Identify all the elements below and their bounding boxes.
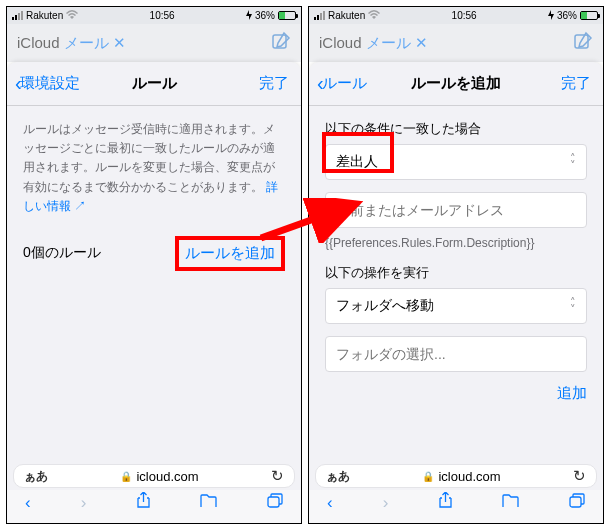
rules-description: ルールはメッセージ受信時に適用されます。メッセージごとに最初に一致したルールのみ…: [23, 120, 285, 216]
nav-forward-icon: ›: [81, 493, 87, 513]
svg-rect-1: [268, 497, 279, 507]
screenshot-right: Rakuten 10:56 36% iCloud メール ✕ ‹ ルール: [308, 6, 604, 524]
back-button[interactable]: ‹ ルール: [317, 72, 367, 95]
battery-icon: [580, 11, 598, 20]
charging-icon: [246, 10, 252, 22]
background-app-header: iCloud メール ✕: [309, 24, 603, 62]
sheet-body: ルールはメッセージ受信時に適用されます。メッセージごとに最初に一致したルールのみ…: [7, 106, 301, 490]
carrier-label: Rakuten: [328, 10, 365, 21]
back-button[interactable]: ‹ 環境設定: [15, 72, 80, 95]
bookmarks-icon[interactable]: [200, 493, 217, 513]
wifi-icon: [66, 10, 78, 21]
lock-icon: 🔒: [422, 471, 434, 482]
charging-icon: [548, 10, 554, 22]
bg-title-prefix: iCloud: [319, 34, 366, 51]
status-time: 10:56: [150, 10, 175, 21]
action-folder-input[interactable]: [325, 336, 587, 372]
carrier-label: Rakuten: [26, 10, 63, 21]
sheet-title: ルールを追加: [411, 74, 501, 93]
close-icon[interactable]: ✕: [415, 34, 428, 51]
raw-template-text: {{Preferences.Rules.Form.Description}}: [325, 236, 587, 250]
back-label: 環境設定: [20, 74, 80, 93]
safari-toolbar: ぁあ 🔒icloud.com ↻ ‹ ›: [7, 490, 301, 523]
url-bar[interactable]: ぁあ 🔒icloud.com ↻: [315, 464, 597, 488]
sheet-header: ‹ 環境設定 ルール 完了: [7, 62, 301, 106]
condition-section-label: 以下の条件に一致した場合: [325, 120, 587, 138]
modal-sheet-add-rule: ‹ ルール ルールを追加 完了 以下の条件に一致した場合 差出人 ˄˅ {{Pr…: [309, 62, 603, 490]
status-bar: Rakuten 10:56 36%: [7, 7, 301, 24]
text-size-button[interactable]: ぁあ: [326, 468, 350, 485]
background-app-header: iCloud メール ✕: [7, 24, 301, 62]
bookmarks-icon[interactable]: [502, 493, 519, 513]
select-arrows-icon: ˄˅: [570, 155, 576, 168]
screenshot-left: Rakuten 10:56 36% iCloud メール ✕ ‹ 環境設定: [6, 6, 302, 524]
sheet-title: ルール: [132, 74, 177, 93]
battery-icon: [278, 11, 296, 20]
condition-value-input[interactable]: [325, 192, 587, 228]
url-bar[interactable]: ぁあ 🔒icloud.com ↻: [13, 464, 295, 488]
status-time: 10:56: [452, 10, 477, 21]
signal-icon: [314, 11, 325, 20]
bg-title-mail: メール: [366, 34, 411, 51]
action-type-select[interactable]: フォルダへ移動 ˄˅: [325, 288, 587, 324]
text-size-button[interactable]: ぁあ: [24, 468, 48, 485]
wifi-icon: [368, 10, 380, 21]
add-rule-link[interactable]: ルールを追加: [185, 244, 275, 261]
reload-icon[interactable]: ↻: [271, 467, 284, 485]
nav-forward-icon: ›: [383, 493, 389, 513]
compose-icon[interactable]: [573, 31, 593, 56]
svg-rect-3: [570, 497, 581, 507]
highlight-box-add-rule: ルールを追加: [175, 236, 285, 271]
action-section-label: 以下の操作を実行: [325, 264, 587, 282]
url-domain: icloud.com: [438, 469, 500, 484]
condition-type-select[interactable]: 差出人 ˄˅: [325, 144, 587, 180]
tabs-icon[interactable]: [569, 493, 585, 513]
action-type-value: フォルダへ移動: [336, 297, 434, 315]
rule-count-label: 0個のルール: [23, 244, 101, 262]
nav-back-icon[interactable]: ‹: [327, 493, 333, 513]
share-icon[interactable]: [137, 492, 150, 513]
signal-icon: [12, 11, 23, 20]
done-button[interactable]: 完了: [561, 74, 591, 93]
back-label: ルール: [322, 74, 367, 93]
sheet-body: 以下の条件に一致した場合 差出人 ˄˅ {{Preferences.Rules.…: [309, 106, 603, 490]
add-button[interactable]: 追加: [557, 384, 587, 401]
bg-title-mail: メール: [64, 34, 109, 51]
bg-title-prefix: iCloud: [17, 34, 64, 51]
modal-sheet-rules: ‹ 環境設定 ルール 完了 ルールはメッセージ受信時に適用されます。メッセージご…: [7, 62, 301, 490]
status-bar: Rakuten 10:56 36%: [309, 7, 603, 24]
share-icon[interactable]: [439, 492, 452, 513]
safari-toolbar: ぁあ 🔒icloud.com ↻ ‹ ›: [309, 490, 603, 523]
battery-percent: 36%: [255, 10, 275, 21]
tabs-icon[interactable]: [267, 493, 283, 513]
select-arrows-icon: ˄˅: [570, 299, 576, 312]
battery-percent: 36%: [557, 10, 577, 21]
lock-icon: 🔒: [120, 471, 132, 482]
done-button[interactable]: 完了: [259, 74, 289, 93]
condition-type-value: 差出人: [336, 153, 378, 171]
url-domain: icloud.com: [136, 469, 198, 484]
sheet-header: ‹ ルール ルールを追加 完了: [309, 62, 603, 106]
compose-icon[interactable]: [271, 31, 291, 56]
close-icon[interactable]: ✕: [113, 34, 126, 51]
nav-back-icon[interactable]: ‹: [25, 493, 31, 513]
reload-icon[interactable]: ↻: [573, 467, 586, 485]
